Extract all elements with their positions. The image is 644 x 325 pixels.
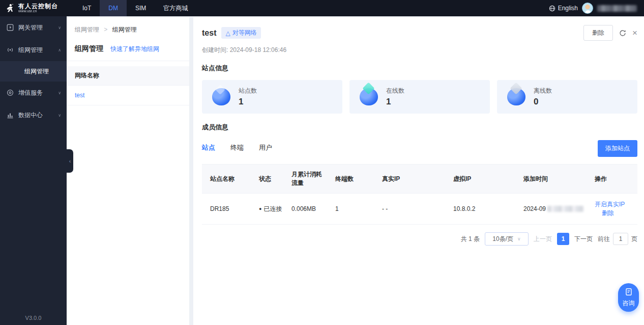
- refresh-icon: [619, 30, 626, 37]
- sidebar-item-label: 组网管理: [18, 46, 43, 55]
- stat-cards: 站点数 1 在线数 1 离线数 0: [202, 80, 637, 114]
- cell-real-ip: - -: [378, 194, 449, 225]
- stat-card-offline: 离线数 0: [497, 80, 637, 114]
- cell-site-name: DR185: [202, 194, 255, 225]
- warning-triangle-icon: △: [225, 30, 230, 37]
- cell-status: ●已连接: [255, 194, 287, 225]
- tab-terminals[interactable]: 终端: [230, 143, 244, 154]
- sites-table: 站点名称 状态 月累计消耗流量 终端数 真实IP 虚拟IP 添加时间 操作 DR…: [202, 164, 637, 225]
- topbar: 有人云控制台 www.usr.cn IoT DM SIM 官方商城 Englis…: [0, 0, 644, 16]
- status-text: 已连接: [264, 205, 282, 212]
- document-icon: [625, 288, 633, 296]
- value-service-icon: [7, 89, 14, 96]
- close-icon[interactable]: ×: [632, 29, 637, 37]
- enable-real-ip-link[interactable]: 开启真实IP: [595, 201, 625, 208]
- breadcrumb: 组网管理 > 组网管理: [67, 17, 189, 34]
- table-row: DR185 ●已连接 0.006MB 1 - - 10.8.0.2 2024-0…: [202, 194, 637, 225]
- globe-icon: [549, 5, 555, 12]
- cell-traffic: 0.006MB: [287, 194, 331, 225]
- breadcrumb-current: 组网管理: [112, 26, 137, 33]
- sidebar-item-value-services[interactable]: 增值服务 ∨: [0, 82, 67, 104]
- network-detail-panel: test △ 对等网络 删除 × 创建时间: 2024-09-18 12:06:…: [193, 16, 644, 325]
- logo: 有人云控制台 www.usr.cn: [0, 0, 67, 16]
- col-virtual-ip: 虚拟IP: [449, 165, 519, 194]
- page: 有人云控制台 www.usr.cn IoT DM SIM 官方商城 Englis…: [0, 0, 644, 325]
- stat-value: 1: [386, 97, 404, 107]
- page-size-select[interactable]: 10条/页 ∨: [485, 232, 529, 246]
- sidebar-collapse-handle[interactable]: ‹: [67, 149, 73, 173]
- badge-label: 对等网络: [232, 29, 257, 37]
- sites-sphere-icon: [212, 88, 230, 105]
- added-time-redacted: [547, 206, 584, 212]
- table-header-row: 站点名称 状态 月累计消耗流量 终端数 真实IP 虚拟IP 添加时间 操作: [202, 165, 637, 194]
- network-name-column-header: 网络名称: [67, 66, 189, 86]
- member-tabs: 站点 终端 用户 添加站点: [202, 140, 637, 157]
- pagination-total: 共 1 条: [461, 235, 480, 243]
- sidebar-item-label: 增值服务: [18, 89, 43, 97]
- next-page-button[interactable]: 下一页: [574, 235, 593, 243]
- chevron-down-icon: ∨: [58, 25, 62, 30]
- delete-network-button[interactable]: 删除: [583, 25, 613, 41]
- goto-prefix: 前往: [598, 235, 610, 243]
- refresh-button[interactable]: [619, 30, 626, 37]
- chevron-up-icon: ∧: [58, 48, 62, 52]
- col-terminals: 终端数: [331, 165, 378, 194]
- created-time: 创建时间: 2024-09-18 12:06:46: [202, 46, 637, 55]
- delete-row-link[interactable]: 删除: [602, 209, 614, 216]
- list-panel-title: 组网管理: [75, 44, 103, 53]
- gateway-icon: [7, 24, 14, 31]
- sidebar-item-data-center[interactable]: 数据中心 ∨: [0, 104, 67, 126]
- col-actions: 操作: [591, 165, 637, 194]
- status-dot-icon: ●: [259, 206, 261, 211]
- consult-label: 咨询: [618, 299, 639, 308]
- sidebar-item-label: 数据中心: [18, 111, 43, 120]
- prev-page-button[interactable]: 上一页: [534, 235, 552, 243]
- top-nav: IoT DM SIM 官方商城: [74, 0, 196, 16]
- usr-logo-icon: [5, 3, 15, 13]
- goto-suffix: 页: [631, 235, 637, 243]
- chevron-down-icon: ∨: [58, 91, 62, 95]
- chevron-left-icon: ‹: [69, 158, 71, 164]
- top-tab-iot[interactable]: IoT: [74, 0, 100, 16]
- network-list-panel: 组网管理 > 组网管理 组网管理 快速了解异地组网 网络名称 test: [67, 16, 189, 325]
- logo-title: 有人云控制台: [18, 3, 58, 10]
- sidebar: 网关管理 ∨ 组网管理 ∧ 组网管理 增值服务 ∨: [0, 16, 67, 325]
- tab-users[interactable]: 用户: [259, 143, 272, 154]
- section-members: 成员信息: [202, 123, 637, 132]
- cell-virtual-ip: 10.8.0.2: [449, 194, 519, 225]
- sidebar-item-networking[interactable]: 组网管理 ∧: [0, 39, 67, 61]
- goto-page-input[interactable]: [613, 233, 628, 245]
- network-list-item-test[interactable]: test: [67, 86, 189, 105]
- page-number-1[interactable]: 1: [557, 233, 569, 245]
- stat-value: 0: [534, 97, 552, 107]
- add-site-button[interactable]: 添加站点: [598, 140, 637, 157]
- sidebar-item-label: 网关管理: [18, 23, 43, 32]
- version-label: V3.0.0: [0, 315, 67, 321]
- tab-sites[interactable]: 站点: [202, 143, 215, 154]
- section-site-info: 站点信息: [202, 64, 637, 73]
- top-tab-sim[interactable]: SIM: [127, 0, 155, 16]
- stat-label: 离线数: [534, 87, 552, 95]
- breadcrumb-item[interactable]: 组网管理: [75, 26, 99, 33]
- added-time-visible: 2024-09: [523, 205, 546, 212]
- top-tab-mall[interactable]: 官方商城: [155, 0, 196, 16]
- top-tab-dm[interactable]: DM: [100, 0, 127, 16]
- chevron-down-icon: ∨: [58, 113, 62, 118]
- language-label: English: [558, 5, 578, 12]
- network-title: test: [202, 29, 216, 38]
- breadcrumb-separator-icon: >: [104, 26, 107, 33]
- username-redacted[interactable]: [597, 5, 637, 12]
- sidebar-subitem-networking[interactable]: 组网管理: [0, 61, 67, 82]
- stat-value: 1: [239, 97, 257, 107]
- data-center-icon: [7, 112, 14, 119]
- learn-networking-link[interactable]: 快速了解异地组网: [110, 45, 159, 53]
- select-arrow-icon: ∨: [517, 236, 521, 241]
- offline-sphere-icon: [507, 88, 525, 105]
- cell-added-time: 2024-09: [519, 194, 591, 225]
- avatar[interactable]: [582, 3, 593, 14]
- consult-button[interactable]: 咨询: [618, 283, 639, 312]
- network-type-badge: △ 对等网络: [221, 27, 260, 39]
- online-sphere-icon: [360, 88, 378, 105]
- language-switcher[interactable]: English: [549, 5, 578, 12]
- sidebar-item-gateway[interactable]: 网关管理 ∨: [0, 16, 67, 39]
